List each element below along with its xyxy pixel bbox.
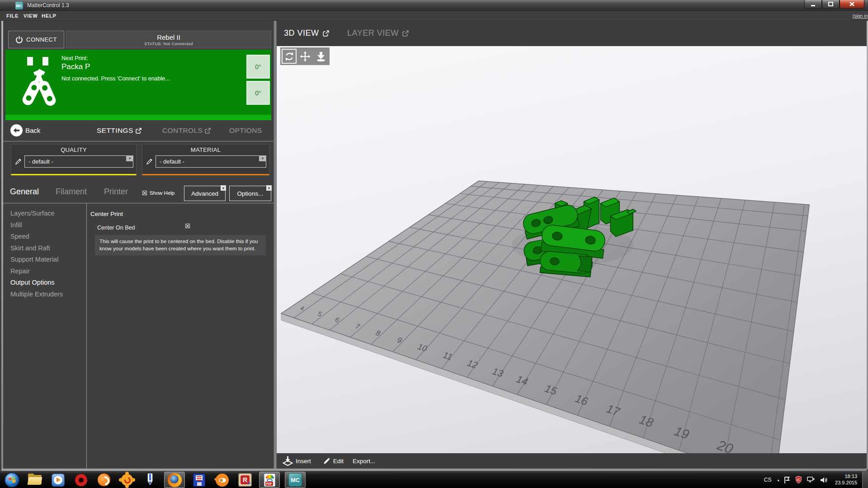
tab-printer[interactable]: Printer xyxy=(104,187,128,197)
printer-header[interactable]: Rebel II STATUS: Not Connected xyxy=(66,31,271,48)
options-button[interactable]: Options... ▾ xyxy=(229,186,271,201)
quality-dropdown[interactable]: - default - ▾ xyxy=(24,155,133,168)
tab-3d-view[interactable]: 3D VIEW xyxy=(284,28,329,38)
firefox-icon[interactable] xyxy=(164,472,185,488)
system-tray: CS ▴ C xyxy=(764,471,857,488)
titlebar[interactable]: MC MatterControl 1.3 xyxy=(0,0,868,11)
center-on-bed-label: Center On Bed xyxy=(97,225,135,231)
back-arrow-icon xyxy=(10,124,23,136)
tray-date: 23.9.2015 xyxy=(835,480,857,486)
tab-settings[interactable]: SETTINGS xyxy=(97,127,142,135)
temperature-widgets: 0° 0° xyxy=(246,55,270,105)
antivirus-shield-icon[interactable]: C xyxy=(795,476,802,484)
pin-tool-icon[interactable] xyxy=(141,472,159,488)
chevron-down-icon: ▾ xyxy=(266,185,272,191)
action-center-flag-icon[interactable] xyxy=(783,476,791,484)
clock[interactable]: 18:13 23.9.2015 xyxy=(835,474,857,486)
language-indicator[interactable]: CS xyxy=(764,477,772,483)
rotate-view-button[interactable] xyxy=(282,49,297,64)
maximize-button[interactable] xyxy=(822,0,840,9)
export-button[interactable]: Export... xyxy=(353,458,375,465)
tray-expand-arrow[interactable]: ▴ xyxy=(778,478,780,482)
checkbox-checked-icon: ☒ xyxy=(142,191,147,196)
printer-name: Rebel II xyxy=(157,33,180,41)
taskbar-icons: RP PDF MC xyxy=(3,471,306,488)
category-infill[interactable]: Infill xyxy=(3,220,86,231)
category-multiple-extruders[interactable]: Multiple Extruders xyxy=(3,289,86,300)
model-actions-bar: Insert Edit Export... xyxy=(277,453,867,469)
sign-in-link[interactable]: (sign in) xyxy=(853,13,868,19)
media-player-icon[interactable] xyxy=(49,472,67,488)
desktop: MC MatterControl 1.3 FILE VIEW HELP (sig… xyxy=(0,0,868,488)
network-icon[interactable] xyxy=(807,476,816,484)
material-preset: MATERIAL - default - ▾ xyxy=(142,144,269,175)
move-icon xyxy=(300,51,311,62)
menu-help[interactable]: HELP xyxy=(42,13,57,19)
advanced-button[interactable]: Advanced ▾ xyxy=(184,186,226,201)
orange-swirl-tool-icon[interactable] xyxy=(95,472,113,488)
bed-temp[interactable]: 0° xyxy=(246,81,270,105)
insert-button[interactable]: Insert xyxy=(282,455,311,466)
repetier-host-icon[interactable]: RP xyxy=(236,472,254,488)
viewport-3d[interactable]: 4567891011121314151617181920 xyxy=(277,46,867,453)
volume-icon[interactable] xyxy=(820,476,828,484)
next-print-panel[interactable]: Next Print: Packa P Not connected. Press… xyxy=(5,50,271,120)
opera-icon[interactable] xyxy=(72,472,90,488)
rotate-icon xyxy=(284,51,295,62)
printer-status: STATUS: Not Connected xyxy=(144,42,193,46)
tab-controls[interactable]: CONTROLS xyxy=(162,127,211,135)
show-help-checkbox[interactable]: ☒ Show Help xyxy=(142,190,175,196)
extruder-temp[interactable]: 0° xyxy=(246,55,270,79)
category-skirt-raft[interactable]: Skirt and Raft xyxy=(3,243,86,254)
external-link-icon xyxy=(205,128,211,134)
menu-view[interactable]: VIEW xyxy=(24,13,38,19)
quality-value: - default - xyxy=(28,158,53,165)
mattercontrol-taskbar-icon[interactable]: MC xyxy=(285,472,306,488)
settings-body: Layers/Surface Infill Speed Skirt and Ra… xyxy=(3,203,274,469)
edit-button[interactable]: Edit xyxy=(323,457,344,465)
drop-to-bed-button[interactable] xyxy=(313,49,328,64)
pdf-viewer-icon[interactable]: PDF xyxy=(259,472,280,488)
tab-general[interactable]: General xyxy=(10,187,39,197)
connect-row: CONNECT Rebel II STATUS: Not Connected xyxy=(8,31,271,48)
setting-row: Center On Bed ☒ xyxy=(97,223,270,230)
tab-layer-view[interactable]: LAYER VIEW xyxy=(347,28,409,38)
window-border-bottom xyxy=(1,469,867,471)
back-button[interactable]: Back xyxy=(10,124,40,136)
edit-pencil-icon[interactable] xyxy=(146,158,153,165)
queue-text: Next Print: Packa P Not connected. Press… xyxy=(61,55,170,82)
category-repair[interactable]: Repair xyxy=(3,266,86,277)
connect-button[interactable]: CONNECT xyxy=(8,31,64,48)
external-link-icon xyxy=(402,30,409,37)
floppy-tool-icon[interactable] xyxy=(190,472,208,488)
part-thumbnail xyxy=(16,52,61,114)
material-dropdown[interactable]: - default - ▾ xyxy=(156,155,266,168)
windows-explorer-icon[interactable] xyxy=(26,472,44,488)
category-speed[interactable]: Speed xyxy=(3,231,86,243)
category-output-options[interactable]: Output Options xyxy=(3,277,86,289)
back-label: Back xyxy=(25,127,40,134)
center-on-bed-checkbox[interactable]: ☒ xyxy=(185,223,190,230)
pin-icon xyxy=(146,473,154,487)
category-support[interactable]: Support Material xyxy=(3,254,86,266)
external-link-icon xyxy=(323,30,329,37)
move-view-button[interactable] xyxy=(297,49,312,64)
edit-pencil-icon[interactable] xyxy=(15,158,22,165)
tab-options[interactable]: OPTIONS xyxy=(229,127,262,135)
windows-start-button[interactable] xyxy=(3,472,21,488)
minimize-button[interactable] xyxy=(804,0,822,9)
xnview-icon[interactable] xyxy=(118,472,136,488)
tab-filament[interactable]: Filament xyxy=(56,187,87,197)
show-desktop-button[interactable] xyxy=(862,471,868,488)
menu-file[interactable]: FILE xyxy=(6,13,19,19)
scene-3d[interactable]: 4567891011121314151617181920 xyxy=(277,46,867,453)
category-layers-surface[interactable]: Layers/Surface xyxy=(3,208,86,220)
svg-text:C: C xyxy=(797,478,800,482)
blender-icon[interactable] xyxy=(213,472,231,488)
quality-label: QUALITY xyxy=(11,146,136,153)
panel-divider[interactable] xyxy=(274,21,277,469)
close-button[interactable] xyxy=(840,0,864,9)
setting-detail-pane: Center Print Center On Bed ☒ This will c… xyxy=(87,203,274,469)
power-icon xyxy=(15,36,23,43)
control-panel: CONNECT Rebel II STATUS: Not Connected xyxy=(3,21,274,469)
